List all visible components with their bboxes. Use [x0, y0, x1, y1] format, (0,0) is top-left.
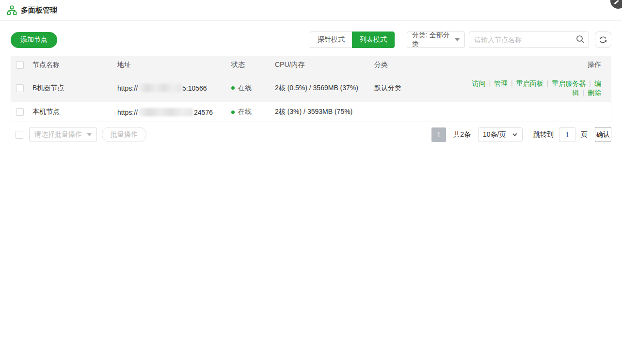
action-restart-panel[interactable]: 重启面板	[508, 79, 543, 87]
node-table: 节点名称 地址 状态 CPU/内存 分类 操作 B机器节点 https://5:…	[11, 56, 611, 122]
column-header-address: 地址	[117, 61, 231, 69]
column-header-actions: 操作	[447, 61, 611, 69]
footer-bar: 请选择批量操作 批量操作 1 共2条 10条/页 跳转到 页 确认	[11, 127, 611, 142]
table-row: B机器节点 https://5:10566 在线 2核 (0.5%) / 356…	[11, 74, 611, 102]
select-all-checkbox[interactable]	[16, 61, 24, 69]
confirm-button[interactable]: 确认	[595, 127, 611, 142]
address-prefix: https://	[117, 84, 138, 92]
column-header-cpu-memory: CPU/内存	[275, 61, 374, 69]
bulk-action-select[interactable]: 请选择批量操作	[29, 127, 97, 142]
address-prefix: https://	[117, 109, 138, 116]
row-checkbox[interactable]	[16, 108, 24, 116]
add-node-button[interactable]: 添加节点	[11, 32, 57, 48]
node-actions: 访问管理重启面板重启服务器编辑删除	[447, 79, 611, 97]
node-category: 默认分类	[374, 84, 447, 93]
refresh-button[interactable]	[595, 32, 611, 48]
address-suffix: 24576	[194, 109, 213, 116]
jump-to-label: 跳转到	[533, 130, 554, 139]
masked-address-segment	[139, 84, 181, 92]
page-unit-label: 页	[581, 130, 588, 139]
column-header-category: 分类	[374, 61, 447, 69]
column-header-name: 节点名称	[32, 61, 117, 69]
page-title: 多面板管理	[21, 6, 57, 15]
table-row: 本机节点 https://24576 在线 2核 (3%) / 3593MB (…	[11, 102, 611, 122]
table-header: 节点名称 地址 状态 CPU/内存 分类 操作	[11, 56, 611, 74]
org-chart-icon	[7, 5, 17, 16]
title-bar: 多面板管理	[0, 0, 622, 21]
address-suffix: 5:10566	[182, 84, 207, 92]
category-filter-label: 分类: 全部分类	[412, 31, 455, 48]
online-status-dot-icon	[231, 111, 235, 114]
page-size-select[interactable]: 10条/页	[478, 127, 523, 142]
probe-mode-button[interactable]: 探针模式	[310, 32, 352, 48]
node-name: B机器节点	[32, 84, 117, 93]
page-size-label: 10条/页	[483, 130, 506, 139]
chevron-down-icon	[87, 133, 92, 136]
list-mode-button[interactable]: 列表模式	[352, 32, 395, 48]
bulk-select-all-checkbox[interactable]	[16, 131, 23, 139]
category-filter-select[interactable]: 分类: 全部分类	[407, 32, 465, 48]
node-status: 在线	[231, 84, 275, 93]
search-box	[469, 32, 589, 48]
node-cpu-memory: 2核 (3%) / 3593MB (75%)	[275, 108, 374, 116]
column-header-status: 状态	[231, 61, 275, 69]
node-name: 本机节点	[32, 108, 117, 116]
chevron-down-icon	[512, 132, 518, 138]
chevron-down-icon	[455, 38, 460, 41]
page-button-1[interactable]: 1	[431, 127, 446, 142]
corner-badge-icon[interactable]	[610, 0, 622, 9]
bulk-action-button[interactable]: 批量操作	[102, 127, 146, 142]
search-input[interactable]	[469, 32, 589, 48]
action-manage[interactable]: 管理	[485, 79, 508, 87]
node-address: https://24576	[117, 108, 231, 116]
toolbar: 添加节点 探针模式 列表模式 分类: 全部分类	[11, 32, 611, 48]
node-address: https://5:10566	[117, 84, 231, 92]
mode-toggle-group: 探针模式 列表模式	[310, 32, 395, 48]
total-count-label: 共2条	[453, 130, 471, 139]
action-restart-server[interactable]: 重启服务器	[543, 79, 586, 87]
row-checkbox[interactable]	[16, 84, 24, 92]
node-status: 在线	[231, 108, 275, 116]
bulk-action-placeholder: 请选择批量操作	[34, 130, 82, 139]
online-status-dot-icon	[231, 86, 235, 90]
action-visit[interactable]: 访问	[472, 79, 485, 87]
status-label: 在线	[238, 84, 252, 93]
pagination: 1 共2条 10条/页 跳转到 页 确认	[431, 127, 611, 142]
jump-page-input[interactable]	[559, 127, 575, 142]
status-label: 在线	[238, 108, 252, 116]
refresh-icon	[599, 35, 607, 44]
action-delete[interactable]: 删除	[579, 89, 601, 96]
node-cpu-memory: 2核 (0.5%) / 3569MB (37%)	[275, 84, 374, 93]
masked-address-segment	[139, 108, 193, 116]
search-icon[interactable]	[575, 34, 585, 46]
